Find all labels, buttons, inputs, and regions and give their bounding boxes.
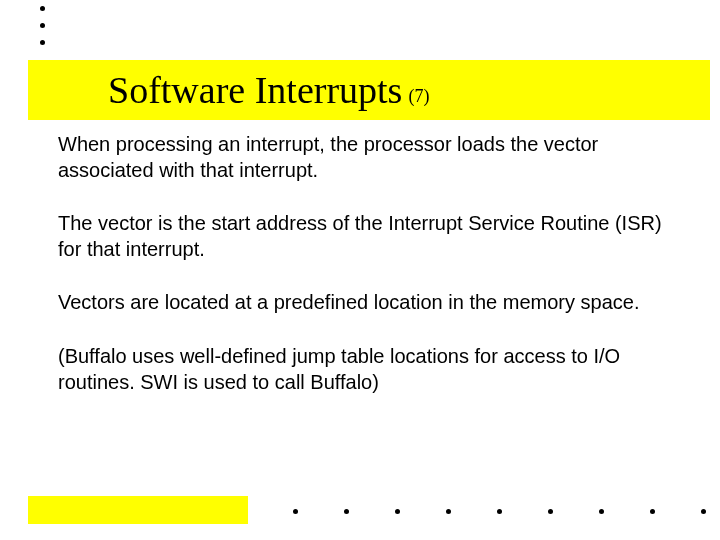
dot-icon: [446, 509, 451, 514]
dot-icon: [548, 509, 553, 514]
decorative-dots-bottom: [293, 509, 706, 514]
dot-icon: [293, 509, 298, 514]
body-paragraph: Vectors are located at a predefined loca…: [58, 290, 680, 316]
dot-icon: [40, 23, 45, 28]
dot-icon: [395, 509, 400, 514]
dot-icon: [650, 509, 655, 514]
dot-icon: [701, 509, 706, 514]
decorative-dots-top: [40, 6, 45, 45]
slide-title-bar: Software Interrupts (7): [28, 60, 710, 120]
body-paragraph: The vector is the start address of the I…: [58, 211, 680, 262]
dot-icon: [344, 509, 349, 514]
slide-body: When processing an interrupt, the proces…: [58, 132, 680, 423]
decorative-footer-block: [28, 496, 248, 524]
body-paragraph: (Buffalo uses well-defined jump table lo…: [58, 344, 680, 395]
slide-title-number: (7): [408, 86, 429, 107]
dot-icon: [40, 6, 45, 11]
dot-icon: [497, 509, 502, 514]
dot-icon: [40, 40, 45, 45]
body-paragraph: When processing an interrupt, the proces…: [58, 132, 680, 183]
slide-title: Software Interrupts: [108, 68, 402, 112]
dot-icon: [599, 509, 604, 514]
